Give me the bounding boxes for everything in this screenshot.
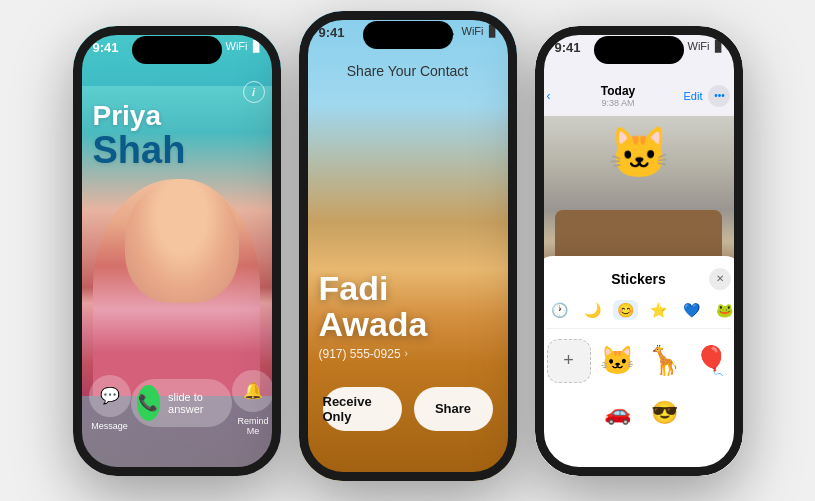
- sticker-tab-blue[interactable]: 💙: [679, 300, 704, 320]
- nav-date: Today: [601, 84, 635, 98]
- sticker-giraffe[interactable]: 🦒: [645, 339, 684, 383]
- sticker-tab-frog[interactable]: 🐸: [712, 300, 737, 320]
- share-buttons: Receive Only Share: [299, 387, 517, 431]
- contact-phone: (917) 555-0925 ›: [319, 347, 497, 361]
- nav-actions: Edit •••: [684, 85, 731, 107]
- contact-info: Fadi Awada (917) 555-0925 ›: [299, 271, 517, 360]
- contact-first-name: Fadi: [319, 269, 389, 307]
- wifi-icon-2: WiFi: [462, 25, 484, 37]
- phone-number: (917) 555-0925: [319, 347, 401, 361]
- dynamic-island-1: [132, 36, 222, 64]
- phone-share-contact: 9:41 ▲ WiFi ▊ Share Your Contact Fadi Aw…: [299, 11, 517, 481]
- chevron-left-icon: ‹: [547, 89, 551, 103]
- dynamic-island-2: [363, 21, 453, 49]
- battery-icon-1: ▊: [253, 40, 261, 53]
- status-icons-2: ▲ WiFi ▊: [446, 25, 497, 38]
- sticker-tab-moon[interactable]: 🌙: [580, 300, 605, 320]
- contact-name-text: Fadi Awada: [319, 271, 497, 342]
- receive-only-button[interactable]: Receive Only: [323, 387, 402, 431]
- info-icon[interactable]: i: [243, 81, 265, 103]
- share-button[interactable]: Share: [414, 387, 493, 431]
- caller-first-name: Priya: [93, 101, 261, 132]
- sticker-car[interactable]: 🚗: [599, 391, 638, 435]
- caller-last-name: Shah: [93, 131, 261, 169]
- wifi-icon-3: WiFi: [688, 40, 710, 52]
- nav-back[interactable]: ‹: [547, 89, 553, 103]
- call-actions: 💬 Message 📞 slide to answer 🔔 Remind Me: [73, 370, 281, 436]
- battery-icon-3: ▊: [715, 40, 723, 53]
- sticker-balloon[interactable]: 🎈: [692, 339, 731, 383]
- battery-icon-2: ▊: [489, 25, 497, 38]
- remind-label: Remind Me: [232, 416, 274, 436]
- sticker-tab-recent[interactable]: 🕐: [547, 300, 572, 320]
- time-2: 9:41: [319, 25, 345, 40]
- answer-circle: 📞: [137, 385, 161, 421]
- stickers-panel: Stickers ✕ 🕐 🌙 😊 ⭐ 💙 🐸 🤖 + 🐱 🦒 🎈: [535, 256, 743, 476]
- time-1: 9:41: [93, 40, 119, 55]
- contact-last-name: Awada: [319, 305, 428, 343]
- stickers-grid: + 🐱 🦒 🎈 🚗 😎: [547, 339, 731, 435]
- sticker-sunglasses[interactable]: 😎: [645, 391, 684, 435]
- phone-incoming-call: 9:41 ▲ WiFi ▊ Priya Shah i 💬 Message 📞 s…: [73, 26, 281, 476]
- slide-to-answer[interactable]: 📞 slide to answer: [131, 379, 232, 427]
- edit-button[interactable]: Edit: [684, 90, 703, 102]
- nav-title: Today 9:38 AM: [601, 84, 635, 108]
- sticker-tab-emoji[interactable]: 😊: [613, 300, 638, 320]
- message-label: Message: [91, 421, 128, 431]
- sticker-cat[interactable]: 🐱: [599, 339, 638, 383]
- stickers-header: Stickers ✕: [547, 268, 731, 290]
- slide-text: slide to answer: [168, 391, 216, 415]
- messages-nav: ‹ Today 9:38 AM Edit •••: [535, 84, 743, 108]
- share-header: Share Your Contact: [299, 63, 517, 79]
- stickers-tabs: 🕐 🌙 😊 ⭐ 💙 🐸 🤖: [547, 300, 731, 329]
- dynamic-island-3: [594, 36, 684, 64]
- cat-photo: [535, 114, 743, 274]
- more-button[interactable]: •••: [708, 85, 730, 107]
- stickers-title: Stickers: [569, 271, 709, 287]
- sticker-tab-star[interactable]: ⭐: [646, 300, 671, 320]
- nav-time: 9:38 AM: [601, 98, 635, 108]
- phone-arrow-icon: ›: [405, 348, 408, 359]
- message-action[interactable]: 💬 Message: [89, 375, 131, 431]
- remind-circle: 🔔: [232, 370, 274, 412]
- add-sticker-button[interactable]: +: [547, 339, 591, 383]
- time-3: 9:41: [555, 40, 581, 55]
- message-circle: 💬: [89, 375, 131, 417]
- close-stickers-button[interactable]: ✕: [709, 268, 731, 290]
- remind-action[interactable]: 🔔 Remind Me: [232, 370, 274, 436]
- message-content: Stickers ✕ 🕐 🌙 😊 ⭐ 💙 🐸 🤖 + 🐱 🦒 🎈: [535, 114, 743, 476]
- phone-messages: 9:41 ▲ WiFi ▊ ‹ Today 9:38 AM Edit •••: [535, 26, 743, 476]
- wifi-icon-1: WiFi: [226, 40, 248, 52]
